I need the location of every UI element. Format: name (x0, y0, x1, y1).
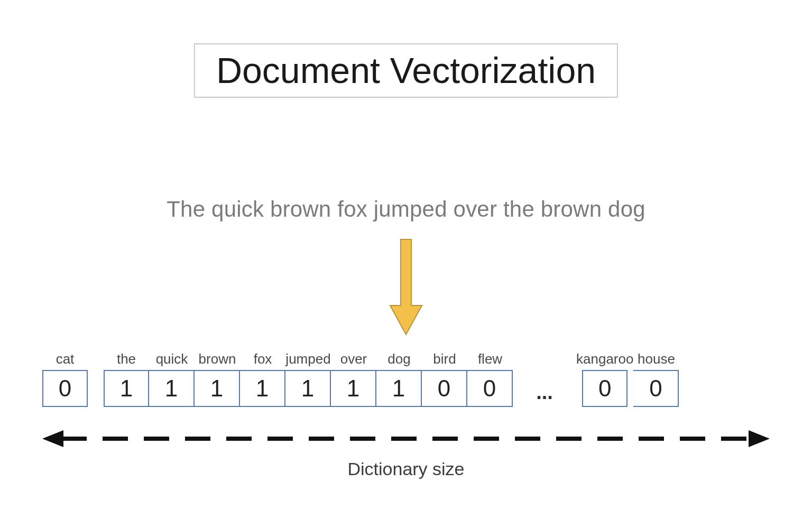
word-label: bird (433, 351, 456, 367)
word-label: jumped (285, 351, 330, 367)
vector-value: 0 (582, 370, 628, 407)
word-label: fox (254, 351, 272, 367)
word-label: over (340, 351, 367, 367)
word-label: flew (478, 351, 502, 367)
axis-label: Dictionary size (42, 459, 770, 479)
vector-value: 0 (42, 370, 88, 407)
vector-cell: house 0 (633, 351, 679, 407)
page-title: Document Vectorization (194, 43, 618, 98)
word-label: brown (199, 351, 236, 367)
vector-cell: kangaroo 0 (576, 351, 633, 407)
ellipsis: ... (513, 355, 576, 404)
vector-value: 0 (633, 370, 679, 407)
double-arrow-icon (42, 428, 770, 449)
vector-cell: fox 1 (240, 351, 285, 407)
svg-marker-2 (749, 430, 770, 447)
vector-cell: bird 0 (422, 351, 467, 407)
vector-cell: quick 1 (149, 351, 195, 407)
vector-value: 1 (285, 370, 331, 407)
word-label: cat (56, 351, 75, 367)
down-arrow-icon (387, 237, 425, 339)
svg-marker-1 (42, 430, 63, 447)
vector-cell: the 1 (104, 351, 149, 407)
dictionary-size-indicator: Dictionary size (42, 428, 770, 479)
example-sentence: The quick brown fox jumped over the brow… (167, 197, 645, 222)
vector-cell: over 1 (331, 351, 376, 407)
vector-cell: flew 0 (467, 351, 513, 407)
word-label: quick (156, 351, 188, 367)
vector-value: 0 (467, 370, 513, 407)
vector-value: 1 (195, 370, 240, 407)
vector-main-group: cat 0 the 1 quick 1 brown 1 fox (42, 351, 513, 407)
word-label: the (117, 351, 136, 367)
vector-tail-group: kangaroo 0 house 0 (576, 351, 679, 407)
vector-cell: cat 0 (42, 351, 88, 407)
vector-value: 0 (422, 370, 467, 407)
vector-value: 1 (104, 370, 149, 407)
word-label: kangaroo (576, 351, 633, 367)
vector-value: 1 (376, 370, 422, 407)
vector-row: cat 0 the 1 quick 1 brown 1 fox (42, 351, 770, 407)
vector-cell: dog 1 (376, 351, 422, 407)
vector-value: 1 (331, 370, 376, 407)
vector-cell: jumped 1 (285, 351, 331, 407)
vector-value: 1 (240, 370, 285, 407)
vector-value: 1 (149, 370, 195, 407)
word-label: house (638, 351, 675, 367)
diagram-canvas: Document Vectorization The quick brown f… (0, 0, 812, 528)
word-label: dog (387, 351, 410, 367)
vector-cell: brown 1 (195, 351, 240, 407)
